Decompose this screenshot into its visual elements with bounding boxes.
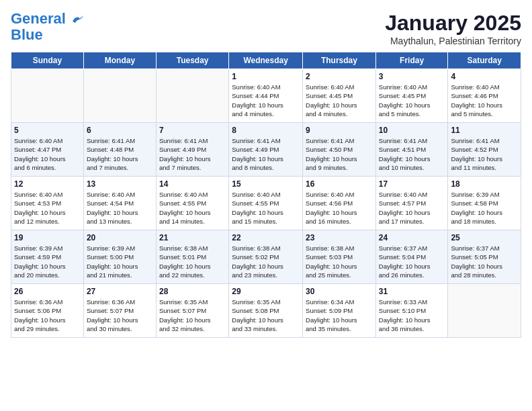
weekday-header-tuesday: Tuesday [156, 52, 228, 69]
day-number: 5 [14, 126, 81, 135]
day-info: Sunrise: 6:40 AM Sunset: 4:56 PM Dayligh… [306, 190, 373, 226]
day-info: Sunrise: 6:38 AM Sunset: 5:01 PM Dayligh… [159, 244, 226, 279]
day-number: 2 [306, 72, 373, 81]
calendar-week-row: 26Sunrise: 6:36 AM Sunset: 5:06 PM Dayli… [11, 284, 521, 338]
day-info: Sunrise: 6:40 AM Sunset: 4:53 PM Dayligh… [14, 190, 81, 226]
day-number: 29 [232, 287, 300, 296]
day-number: 16 [306, 179, 373, 189]
day-info: Sunrise: 6:41 AM Sunset: 4:48 PM Dayligh… [87, 136, 153, 172]
day-number: 15 [232, 179, 300, 189]
weekday-header-friday: Friday [375, 52, 448, 69]
day-info: Sunrise: 6:38 AM Sunset: 5:03 PM Dayligh… [306, 244, 373, 279]
weekday-header-saturday: Saturday [448, 52, 521, 69]
day-info: Sunrise: 6:36 AM Sunset: 5:07 PM Dayligh… [87, 298, 153, 333]
calendar-day-3: 3Sunrise: 6:40 AM Sunset: 4:45 PM Daylig… [375, 69, 448, 123]
title-block: January 2025 Maythalun, Palestinian Terr… [385, 11, 521, 46]
day-number: 21 [159, 233, 226, 242]
calendar-day-10: 10Sunrise: 6:41 AM Sunset: 4:51 PM Dayli… [375, 123, 448, 177]
logo-bird-icon [71, 15, 83, 24]
day-number: 12 [14, 179, 81, 189]
day-number: 14 [159, 179, 226, 189]
calendar-week-row: 19Sunrise: 6:39 AM Sunset: 4:59 PM Dayli… [11, 230, 521, 284]
calendar-day-18: 18Sunrise: 6:39 AM Sunset: 4:58 PM Dayli… [448, 177, 521, 230]
calendar-day-24: 24Sunrise: 6:37 AM Sunset: 5:04 PM Dayli… [375, 230, 448, 284]
calendar-day-30: 30Sunrise: 6:34 AM Sunset: 5:09 PM Dayli… [303, 284, 376, 338]
logo: General Blue [11, 11, 83, 43]
calendar-empty-cell [156, 69, 228, 123]
calendar-day-15: 15Sunrise: 6:40 AM Sunset: 4:55 PM Dayli… [229, 177, 303, 230]
day-info: Sunrise: 6:38 AM Sunset: 5:02 PM Dayligh… [232, 244, 300, 279]
day-info: Sunrise: 6:37 AM Sunset: 5:04 PM Dayligh… [379, 244, 445, 279]
day-number: 6 [87, 126, 153, 135]
weekday-header-monday: Monday [83, 52, 156, 69]
day-number: 19 [14, 233, 81, 242]
day-number: 13 [87, 179, 153, 189]
calendar-day-29: 29Sunrise: 6:35 AM Sunset: 5:08 PM Dayli… [229, 284, 303, 338]
day-info: Sunrise: 6:40 AM Sunset: 4:47 PM Dayligh… [14, 136, 81, 172]
logo-blue-text: Blue [11, 27, 43, 43]
calendar-empty-cell [83, 69, 156, 123]
day-number: 10 [379, 126, 445, 135]
calendar-day-14: 14Sunrise: 6:40 AM Sunset: 4:55 PM Dayli… [156, 177, 228, 230]
calendar-day-1: 1Sunrise: 6:40 AM Sunset: 4:44 PM Daylig… [229, 69, 303, 123]
calendar-week-row: 5Sunrise: 6:40 AM Sunset: 4:47 PM Daylig… [11, 123, 521, 177]
day-info: Sunrise: 6:39 AM Sunset: 4:58 PM Dayligh… [451, 190, 518, 226]
calendar-day-12: 12Sunrise: 6:40 AM Sunset: 4:53 PM Dayli… [11, 177, 84, 230]
calendar-day-27: 27Sunrise: 6:36 AM Sunset: 5:07 PM Dayli… [83, 284, 156, 338]
calendar-day-4: 4Sunrise: 6:40 AM Sunset: 4:46 PM Daylig… [448, 69, 521, 123]
day-info: Sunrise: 6:39 AM Sunset: 5:00 PM Dayligh… [87, 244, 153, 279]
day-info: Sunrise: 6:40 AM Sunset: 4:45 PM Dayligh… [379, 83, 445, 118]
calendar-day-11: 11Sunrise: 6:41 AM Sunset: 4:52 PM Dayli… [448, 123, 521, 177]
day-number: 24 [379, 233, 445, 242]
calendar-day-6: 6Sunrise: 6:41 AM Sunset: 4:48 PM Daylig… [83, 123, 156, 177]
day-number: 28 [159, 287, 226, 296]
calendar-day-23: 23Sunrise: 6:38 AM Sunset: 5:03 PM Dayli… [303, 230, 376, 284]
day-info: Sunrise: 6:40 AM Sunset: 4:44 PM Dayligh… [232, 83, 300, 118]
calendar-day-8: 8Sunrise: 6:41 AM Sunset: 4:49 PM Daylig… [229, 123, 303, 177]
calendar-week-row: 1Sunrise: 6:40 AM Sunset: 4:44 PM Daylig… [11, 69, 521, 123]
calendar-day-5: 5Sunrise: 6:40 AM Sunset: 4:47 PM Daylig… [11, 123, 84, 177]
page-header: General Blue January 2025 Maythalun, Pal… [11, 11, 521, 46]
day-info: Sunrise: 6:40 AM Sunset: 4:55 PM Dayligh… [232, 190, 300, 226]
day-info: Sunrise: 6:40 AM Sunset: 4:54 PM Dayligh… [87, 190, 153, 226]
calendar-day-31: 31Sunrise: 6:33 AM Sunset: 5:10 PM Dayli… [375, 284, 448, 338]
day-number: 1 [232, 72, 300, 81]
day-number: 27 [87, 287, 153, 296]
day-number: 18 [451, 179, 518, 189]
day-number: 4 [451, 72, 518, 81]
day-number: 20 [87, 233, 153, 242]
day-number: 25 [451, 233, 518, 242]
calendar-day-22: 22Sunrise: 6:38 AM Sunset: 5:02 PM Dayli… [229, 230, 303, 284]
calendar-empty-cell [448, 284, 521, 338]
calendar-day-26: 26Sunrise: 6:36 AM Sunset: 5:06 PM Dayli… [11, 284, 84, 338]
day-number: 23 [306, 233, 373, 242]
day-info: Sunrise: 6:34 AM Sunset: 5:09 PM Dayligh… [306, 298, 373, 333]
calendar-day-7: 7Sunrise: 6:41 AM Sunset: 4:49 PM Daylig… [156, 123, 228, 177]
day-info: Sunrise: 6:40 AM Sunset: 4:55 PM Dayligh… [159, 190, 226, 226]
calendar-day-28: 28Sunrise: 6:35 AM Sunset: 5:07 PM Dayli… [156, 284, 228, 338]
day-info: Sunrise: 6:35 AM Sunset: 5:07 PM Dayligh… [159, 298, 226, 333]
calendar-day-25: 25Sunrise: 6:37 AM Sunset: 5:05 PM Dayli… [448, 230, 521, 284]
day-info: Sunrise: 6:41 AM Sunset: 4:50 PM Dayligh… [306, 136, 373, 172]
day-info: Sunrise: 6:35 AM Sunset: 5:08 PM Dayligh… [232, 298, 300, 333]
day-number: 7 [159, 126, 226, 135]
day-info: Sunrise: 6:33 AM Sunset: 5:10 PM Dayligh… [379, 298, 445, 333]
calendar-day-21: 21Sunrise: 6:38 AM Sunset: 5:01 PM Dayli… [156, 230, 228, 284]
calendar-week-row: 12Sunrise: 6:40 AM Sunset: 4:53 PM Dayli… [11, 177, 521, 230]
day-number: 26 [14, 287, 81, 296]
day-number: 22 [232, 233, 300, 242]
calendar-day-2: 2Sunrise: 6:40 AM Sunset: 4:45 PM Daylig… [303, 69, 376, 123]
day-info: Sunrise: 6:39 AM Sunset: 4:59 PM Dayligh… [14, 244, 81, 279]
day-number: 31 [379, 287, 445, 296]
calendar-empty-cell [11, 69, 84, 123]
calendar-day-19: 19Sunrise: 6:39 AM Sunset: 4:59 PM Dayli… [11, 230, 84, 284]
day-info: Sunrise: 6:40 AM Sunset: 4:57 PM Dayligh… [379, 190, 445, 226]
logo-text: General [11, 11, 83, 27]
day-info: Sunrise: 6:40 AM Sunset: 4:45 PM Dayligh… [306, 83, 373, 118]
weekday-header-wednesday: Wednesday [229, 52, 303, 69]
calendar-day-13: 13Sunrise: 6:40 AM Sunset: 4:54 PM Dayli… [83, 177, 156, 230]
weekday-header-thursday: Thursday [303, 52, 376, 69]
day-number: 11 [451, 126, 518, 135]
calendar-day-20: 20Sunrise: 6:39 AM Sunset: 5:00 PM Dayli… [83, 230, 156, 284]
calendar-table: SundayMondayTuesdayWednesdayThursdayFrid… [11, 52, 521, 338]
